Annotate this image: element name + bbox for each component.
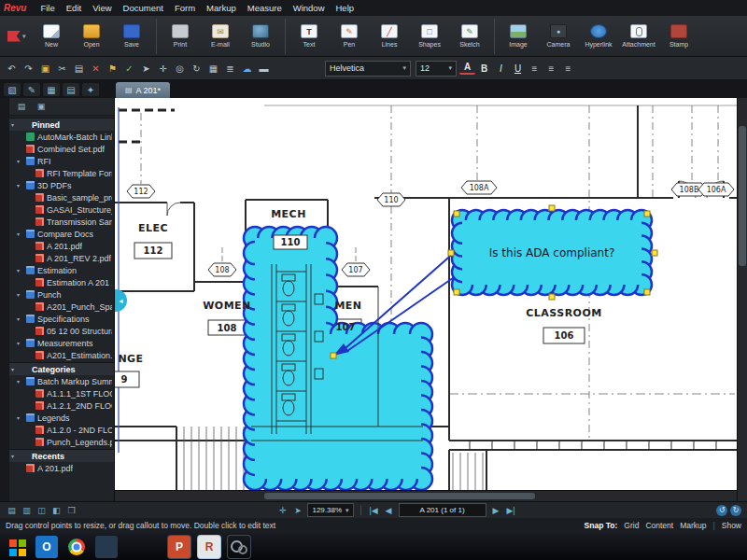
flag-icon[interactable]: ⚑ xyxy=(105,61,120,77)
new-button[interactable]: New xyxy=(32,19,72,54)
cut-icon[interactable]: ✂ xyxy=(54,61,70,77)
print-button[interactable]: Print xyxy=(156,19,201,54)
scrollbar-thumb[interactable] xyxy=(264,493,535,499)
tree-item[interactable]: ▾ Pinned xyxy=(9,118,114,131)
select-icon[interactable]: ➤ xyxy=(138,61,154,77)
tree-item[interactable]: 05 12 00 Structural S... xyxy=(9,325,114,337)
tree-item[interactable]: ▾ Punch xyxy=(9,288,114,301)
zoom-level[interactable]: 129.38% ▾ xyxy=(307,503,353,517)
tree-item[interactable]: ▾ Specifications xyxy=(9,313,114,325)
split-view-icon[interactable]: ◧ xyxy=(50,506,63,515)
camera-button[interactable]: Camera xyxy=(539,19,579,54)
menu-item[interactable]: Window xyxy=(288,2,331,14)
snap-option[interactable]: Grid xyxy=(624,521,639,530)
menu-item[interactable]: Document xyxy=(118,2,169,14)
single-page-icon[interactable]: ▤ xyxy=(6,506,18,515)
tree-item[interactable]: ▾ Recents xyxy=(9,449,114,462)
bookmarks-tab[interactable]: ▤ xyxy=(63,83,79,96)
gears-icon[interactable] xyxy=(228,536,250,558)
save-button[interactable]: Save xyxy=(112,19,152,54)
horizontal-scrollbar[interactable] xyxy=(115,490,737,501)
file-access-tab[interactable]: ▧ xyxy=(4,83,21,96)
revu-flag-menu[interactable]: ▾ xyxy=(2,19,32,54)
bold-button[interactable]: B xyxy=(476,61,492,77)
tree-item[interactable]: Combined Set.pdf xyxy=(9,143,114,155)
snap-option[interactable]: Content xyxy=(645,521,673,530)
tree-item[interactable]: ▾ Categories xyxy=(9,362,114,375)
align-right-button[interactable]: ≡ xyxy=(560,61,576,77)
tree-item[interactable]: A201_Punch_Space... xyxy=(9,301,114,313)
last-page-button[interactable]: ▶| xyxy=(505,506,517,515)
tree-item[interactable]: A 201.pdf xyxy=(9,462,114,474)
tree-item[interactable]: ▾ Compare Docs xyxy=(9,228,114,240)
scrollbar-thumb[interactable] xyxy=(739,126,746,266)
explorer-icon[interactable] xyxy=(95,536,118,558)
align-left-button[interactable]: ≡ xyxy=(527,61,543,77)
layers-icon[interactable]: ≣ xyxy=(222,61,238,77)
document-tab[interactable]: A 201* xyxy=(116,82,170,98)
delete-icon[interactable]: ✕ xyxy=(88,61,104,77)
previous-view-button[interactable]: ↺ xyxy=(716,505,727,516)
tree-item[interactable]: ▾ 3D PDFs xyxy=(9,179,114,191)
pan-tool-button[interactable]: ✛ xyxy=(276,506,289,515)
continuous-icon[interactable]: ▥ xyxy=(21,506,33,515)
tree-item[interactable]: RFI Template Form.pdf xyxy=(9,167,114,179)
menu-item[interactable]: Form xyxy=(169,2,201,14)
menu-item[interactable]: Help xyxy=(331,2,360,14)
email-button[interactable]: E-mail xyxy=(201,19,241,54)
tree-item[interactable]: ▾ RFI xyxy=(9,155,114,167)
snap-option[interactable]: Markup xyxy=(680,521,706,530)
line-width-icon[interactable]: ▬ xyxy=(256,61,272,77)
presentation-icon[interactable]: ❒ xyxy=(65,506,78,515)
font-color-button[interactable]: A xyxy=(459,61,475,75)
shapes-button[interactable]: Shapes xyxy=(410,19,450,54)
lines-button[interactable]: Lines xyxy=(370,19,410,54)
powerpoint-icon[interactable]: P xyxy=(168,536,190,558)
text-button[interactable]: Text xyxy=(285,19,330,54)
undo-icon[interactable]: ↶ xyxy=(4,61,20,77)
studio-button[interactable]: Studio xyxy=(241,19,281,54)
callout-text[interactable]: Is this ADA compliant? xyxy=(489,246,615,259)
copy-icon[interactable]: ▤ xyxy=(71,61,87,77)
pan-icon[interactable]: ✛ xyxy=(155,61,171,77)
image-button[interactable]: Image xyxy=(494,19,539,54)
sketch-button[interactable]: Sketch xyxy=(450,19,490,54)
side-by-side-icon[interactable]: ◫ xyxy=(35,506,48,515)
hyperlink-button[interactable]: Hyperlink xyxy=(579,19,619,54)
tree-item[interactable]: AutoMark-Batch Link xyxy=(9,131,114,143)
document-canvas[interactable]: 110 Is this ADA compliant? ELEC 112 MECH… xyxy=(115,98,737,501)
menu-item[interactable]: Measure xyxy=(242,2,288,14)
menu-item[interactable]: View xyxy=(87,2,117,14)
thumbnails-tab[interactable]: ▦ xyxy=(43,83,60,96)
tree-item[interactable]: A1.1.1_1ST FLOOR P... xyxy=(9,387,114,399)
documents-subtab[interactable]: ▤ xyxy=(14,100,29,113)
properties-icon[interactable]: ▦ xyxy=(205,61,221,77)
attachment-button[interactable]: Attachment xyxy=(619,19,659,54)
start-button[interactable] xyxy=(6,536,28,558)
tree-item[interactable]: ▾ Estimation xyxy=(9,264,114,276)
tree-item[interactable]: A1.2.1_2ND FLOOR ... xyxy=(9,399,114,412)
show-menu[interactable]: Show xyxy=(722,521,741,530)
first-page-button[interactable]: |◀ xyxy=(368,506,380,515)
checkmark-icon[interactable]: ✓ xyxy=(121,61,137,77)
tree-item[interactable]: A 201.pdf xyxy=(9,240,114,252)
floor-plan[interactable]: 110 Is this ADA compliant? ELEC 112 MECH… xyxy=(115,98,737,494)
clipboard-icon[interactable]: ▣ xyxy=(37,61,53,77)
tree-item[interactable]: A1.2.0 - 2ND FLOOR ... xyxy=(9,424,114,436)
open-button[interactable]: Open xyxy=(72,19,112,54)
tree-item[interactable]: ▾ Measurements xyxy=(9,337,114,349)
markups-list-tab[interactable]: ✎ xyxy=(23,83,40,96)
tree-item[interactable]: Estimation A 201 2.pdf xyxy=(9,276,114,288)
next-page-button[interactable]: ▶ xyxy=(490,506,502,515)
menu-item[interactable]: Markup xyxy=(201,2,242,14)
align-center-button[interactable]: ≡ xyxy=(543,61,559,77)
cloud-tool-icon[interactable]: ☁ xyxy=(239,61,255,77)
tree-item[interactable]: ▾ Batch Markup Summary xyxy=(9,375,114,387)
menu-item[interactable]: Edit xyxy=(61,2,87,14)
menu-item[interactable]: File xyxy=(35,2,60,14)
tree-item[interactable]: GASAI_Structure_20... xyxy=(9,203,114,216)
tree-item[interactable]: A201_Estimation.pdf xyxy=(9,349,114,361)
page-indicator[interactable]: A 201 (1 of 1) xyxy=(399,503,486,517)
tree-item[interactable]: Transmission Sampl... xyxy=(9,216,114,228)
tree-item[interactable]: Basic_sample_projec... xyxy=(9,191,114,203)
